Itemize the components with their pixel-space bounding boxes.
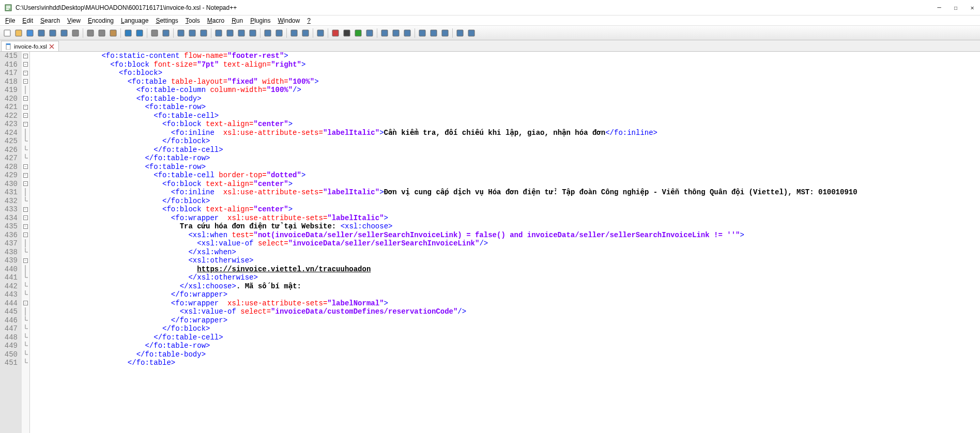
m1-button[interactable]	[455, 28, 465, 38]
fold-button[interactable]	[263, 28, 273, 38]
code-line[interactable]: https://sinvoice.viettel.vn/tracuuhoadon	[30, 265, 980, 274]
menu-help[interactable]: ?	[304, 16, 314, 25]
menu-search[interactable]: Search	[37, 16, 63, 25]
code-line[interactable]: </fo:table>	[30, 359, 980, 367]
fold-marker[interactable]	[22, 146, 29, 154]
code-area[interactable]: <fo:static-content flow-name="footer-res…	[30, 52, 980, 433]
menu-run[interactable]: Run	[228, 16, 246, 25]
menu-encoding[interactable]: Encoding	[85, 16, 117, 25]
b1-button[interactable]	[379, 28, 390, 38]
b3-button[interactable]	[402, 28, 412, 38]
uncomment-button[interactable]	[300, 28, 311, 38]
fold-marker[interactable]: −	[22, 171, 29, 180]
fold-marker[interactable]	[22, 359, 29, 367]
code-line[interactable]: </fo:table-body>	[30, 350, 980, 359]
close-button[interactable]	[48, 28, 58, 38]
code-line[interactable]: </fo:table-row>	[30, 342, 980, 350]
code-line[interactable]: Tra cứu hóa đơn điện tử tại Website: <xs…	[30, 222, 980, 231]
menu-tools[interactable]: Tools	[182, 16, 203, 25]
fold-marker[interactable]	[22, 154, 29, 163]
fold-marker[interactable]: −	[22, 52, 29, 60]
code-line[interactable]: </fo:table-cell>	[30, 333, 980, 342]
t1-button[interactable]	[417, 28, 427, 38]
fold-marker[interactable]	[22, 273, 29, 282]
fold-marker[interactable]: −	[22, 78, 29, 86]
code-line[interactable]: </fo:wrapper>	[30, 316, 980, 325]
save-all-button[interactable]	[36, 28, 47, 38]
fold-marker[interactable]	[22, 307, 29, 316]
code-line[interactable]: </fo:wrapper>	[30, 290, 980, 299]
fold-marker[interactable]: −	[22, 120, 29, 129]
wrap-button[interactable]	[213, 28, 224, 38]
code-line[interactable]: <fo:wrapper xsl:use-attribute-sets="labe…	[30, 299, 980, 308]
save-button[interactable]	[25, 28, 35, 38]
fold-marker[interactable]	[22, 282, 29, 291]
zoom-in-button[interactable]	[176, 28, 186, 38]
code-line[interactable]: <fo:table-body>	[30, 95, 980, 103]
code-line[interactable]: <xsl:otherwise>	[30, 256, 980, 265]
code-editor[interactable]: 4154164174184194204214224234244254264274…	[0, 52, 980, 433]
code-line[interactable]: <fo:block font-size="7pt" text-align="ri…	[30, 60, 980, 69]
fold-gutter[interactable]: −−−−−−−−−−−−−−−−−	[22, 52, 30, 433]
code-line[interactable]: <xsl:value-of select="invoiceData/custom…	[30, 307, 980, 316]
fold-marker[interactable]	[22, 350, 29, 359]
tab-close-icon[interactable]	[49, 44, 54, 49]
code-line[interactable]: <fo:table-row>	[30, 103, 980, 112]
play-button[interactable]	[353, 28, 363, 38]
indent-button[interactable]	[236, 28, 247, 38]
menu-window[interactable]: Window	[275, 16, 303, 25]
menu-file[interactable]: File	[2, 16, 18, 25]
code-line[interactable]: <fo:table-cell border-top="dotted">	[30, 171, 980, 180]
m2-button[interactable]	[466, 28, 477, 38]
fold-marker[interactable]: −	[22, 256, 29, 265]
fold-marker[interactable]	[22, 239, 29, 248]
code-line[interactable]: <fo:block text-align="center">	[30, 120, 980, 129]
fold-marker[interactable]: −	[22, 299, 29, 308]
fold-marker[interactable]: −	[22, 112, 29, 120]
hide-button[interactable]	[315, 28, 326, 38]
code-line[interactable]: <fo:inline xsl:use-attribute-sets="label…	[30, 129, 980, 137]
lang-button[interactable]	[248, 28, 258, 38]
code-line[interactable]: <fo:block text-align="center">	[30, 180, 980, 189]
code-line[interactable]: <fo:table table-layout="fixed" width="10…	[30, 78, 980, 86]
paste-button[interactable]	[108, 28, 118, 38]
replace-button[interactable]	[161, 28, 171, 38]
fold-marker[interactable]: −	[22, 222, 29, 231]
code-line[interactable]: </fo:block>	[30, 324, 980, 333]
sync-button[interactable]	[198, 28, 209, 38]
fold-marker[interactable]	[22, 197, 29, 206]
copy-button[interactable]	[97, 28, 107, 38]
fold-marker[interactable]	[22, 342, 29, 350]
close-all-button[interactable]	[59, 28, 69, 38]
t3-button[interactable]	[440, 28, 450, 38]
fold-marker[interactable]	[22, 137, 29, 146]
fold-marker[interactable]	[22, 86, 29, 95]
menu-language[interactable]: Language	[118, 16, 151, 25]
fold-marker[interactable]	[22, 265, 29, 274]
fold-marker[interactable]	[22, 316, 29, 325]
t2-button[interactable]	[428, 28, 439, 38]
code-line[interactable]: </xsl:when>	[30, 248, 980, 257]
fold-marker[interactable]: −	[22, 163, 29, 172]
menu-edit[interactable]: Edit	[19, 16, 36, 25]
fold-marker[interactable]: −	[22, 95, 29, 103]
print-button[interactable]	[70, 28, 81, 38]
code-line[interactable]: <fo:static-content flow-name="footer-res…	[30, 52, 980, 60]
fold-marker[interactable]: −	[22, 231, 29, 240]
fold-marker[interactable]	[22, 333, 29, 342]
open-button[interactable]	[13, 28, 24, 38]
fold-marker[interactable]: −	[22, 60, 29, 69]
code-line[interactable]: <fo:inline xsl:use-attribute-sets="label…	[30, 188, 980, 197]
code-line[interactable]: <fo:table-column column-width="100%"/>	[30, 86, 980, 95]
chars-button[interactable]	[225, 28, 235, 38]
maximize-button[interactable]: ☐	[952, 4, 959, 11]
fold-marker[interactable]: −	[22, 214, 29, 223]
menu-settings[interactable]: Settings	[152, 16, 181, 25]
minimize-button[interactable]: ─	[936, 4, 943, 11]
code-line[interactable]: <xsl:value-of select="invoiceData/seller…	[30, 239, 980, 248]
code-line[interactable]: </fo:table-cell>	[30, 146, 980, 154]
record-button[interactable]	[330, 28, 341, 38]
code-line[interactable]: </fo:table-row>	[30, 154, 980, 163]
fold-marker[interactable]: −	[22, 205, 29, 214]
cut-button[interactable]	[85, 28, 96, 38]
